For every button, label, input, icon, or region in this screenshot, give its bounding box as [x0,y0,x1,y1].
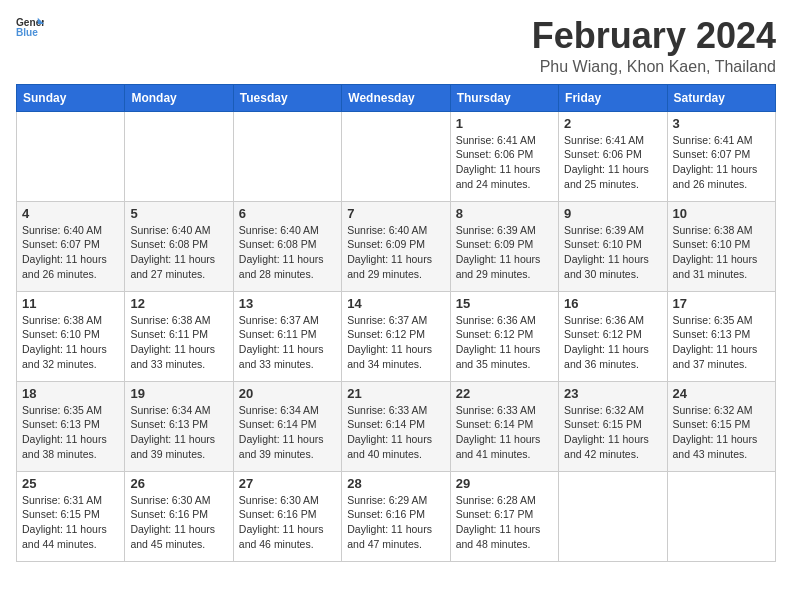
day-number: 13 [239,296,336,311]
day-info: Sunrise: 6:37 AMSunset: 6:12 PMDaylight:… [347,314,432,370]
calendar-cell: 28Sunrise: 6:29 AMSunset: 6:16 PMDayligh… [342,471,450,561]
day-number: 26 [130,476,227,491]
calendar-body: 1Sunrise: 6:41 AMSunset: 6:06 PMDaylight… [17,111,776,561]
weekday-header-cell: Thursday [450,84,558,111]
weekday-header-cell: Wednesday [342,84,450,111]
day-info: Sunrise: 6:32 AMSunset: 6:15 PMDaylight:… [564,404,649,460]
day-number: 7 [347,206,444,221]
calendar-cell: 14Sunrise: 6:37 AMSunset: 6:12 PMDayligh… [342,291,450,381]
day-number: 14 [347,296,444,311]
logo: General Blue [16,16,44,38]
day-number: 12 [130,296,227,311]
calendar-week-row: 18Sunrise: 6:35 AMSunset: 6:13 PMDayligh… [17,381,776,471]
day-info: Sunrise: 6:40 AMSunset: 6:08 PMDaylight:… [239,224,324,280]
calendar-cell: 15Sunrise: 6:36 AMSunset: 6:12 PMDayligh… [450,291,558,381]
day-info: Sunrise: 6:37 AMSunset: 6:11 PMDaylight:… [239,314,324,370]
day-info: Sunrise: 6:41 AMSunset: 6:06 PMDaylight:… [456,134,541,190]
day-number: 16 [564,296,661,311]
calendar-cell: 6Sunrise: 6:40 AMSunset: 6:08 PMDaylight… [233,201,341,291]
calendar-cell: 20Sunrise: 6:34 AMSunset: 6:14 PMDayligh… [233,381,341,471]
calendar-week-row: 1Sunrise: 6:41 AMSunset: 6:06 PMDaylight… [17,111,776,201]
calendar-cell: 29Sunrise: 6:28 AMSunset: 6:17 PMDayligh… [450,471,558,561]
day-number: 28 [347,476,444,491]
day-number: 15 [456,296,553,311]
calendar-table: SundayMondayTuesdayWednesdayThursdayFrid… [16,84,776,562]
day-info: Sunrise: 6:41 AMSunset: 6:07 PMDaylight:… [673,134,758,190]
day-number: 25 [22,476,119,491]
calendar-cell: 26Sunrise: 6:30 AMSunset: 6:16 PMDayligh… [125,471,233,561]
day-number: 23 [564,386,661,401]
day-number: 9 [564,206,661,221]
day-number: 3 [673,116,770,131]
day-number: 8 [456,206,553,221]
day-info: Sunrise: 6:38 AMSunset: 6:10 PMDaylight:… [22,314,107,370]
subtitle: Phu Wiang, Khon Kaen, Thailand [532,58,776,76]
day-number: 17 [673,296,770,311]
calendar-cell: 1Sunrise: 6:41 AMSunset: 6:06 PMDaylight… [450,111,558,201]
day-number: 10 [673,206,770,221]
day-number: 19 [130,386,227,401]
day-info: Sunrise: 6:40 AMSunset: 6:08 PMDaylight:… [130,224,215,280]
calendar-cell: 17Sunrise: 6:35 AMSunset: 6:13 PMDayligh… [667,291,775,381]
day-info: Sunrise: 6:35 AMSunset: 6:13 PMDaylight:… [22,404,107,460]
day-number: 5 [130,206,227,221]
calendar-cell [125,111,233,201]
day-number: 18 [22,386,119,401]
day-number: 2 [564,116,661,131]
day-info: Sunrise: 6:33 AMSunset: 6:14 PMDaylight:… [347,404,432,460]
calendar-cell: 25Sunrise: 6:31 AMSunset: 6:15 PMDayligh… [17,471,125,561]
day-info: Sunrise: 6:31 AMSunset: 6:15 PMDaylight:… [22,494,107,550]
calendar-cell: 9Sunrise: 6:39 AMSunset: 6:10 PMDaylight… [559,201,667,291]
logo-icon: General Blue [16,16,44,38]
day-info: Sunrise: 6:36 AMSunset: 6:12 PMDaylight:… [564,314,649,370]
day-number: 11 [22,296,119,311]
title-block: February 2024 Phu Wiang, Khon Kaen, Thai… [532,16,776,76]
day-number: 1 [456,116,553,131]
calendar-week-row: 4Sunrise: 6:40 AMSunset: 6:07 PMDaylight… [17,201,776,291]
calendar-cell: 12Sunrise: 6:38 AMSunset: 6:11 PMDayligh… [125,291,233,381]
calendar-cell: 24Sunrise: 6:32 AMSunset: 6:15 PMDayligh… [667,381,775,471]
weekday-header-cell: Saturday [667,84,775,111]
day-info: Sunrise: 6:32 AMSunset: 6:15 PMDaylight:… [673,404,758,460]
main-title: February 2024 [532,16,776,56]
calendar-cell [559,471,667,561]
calendar-cell: 7Sunrise: 6:40 AMSunset: 6:09 PMDaylight… [342,201,450,291]
day-number: 21 [347,386,444,401]
calendar-week-row: 11Sunrise: 6:38 AMSunset: 6:10 PMDayligh… [17,291,776,381]
calendar-cell [342,111,450,201]
day-info: Sunrise: 6:39 AMSunset: 6:09 PMDaylight:… [456,224,541,280]
svg-text:Blue: Blue [16,27,38,38]
day-number: 24 [673,386,770,401]
calendar-cell: 22Sunrise: 6:33 AMSunset: 6:14 PMDayligh… [450,381,558,471]
day-info: Sunrise: 6:29 AMSunset: 6:16 PMDaylight:… [347,494,432,550]
calendar-cell [667,471,775,561]
day-info: Sunrise: 6:36 AMSunset: 6:12 PMDaylight:… [456,314,541,370]
calendar-week-row: 25Sunrise: 6:31 AMSunset: 6:15 PMDayligh… [17,471,776,561]
day-number: 4 [22,206,119,221]
day-info: Sunrise: 6:41 AMSunset: 6:06 PMDaylight:… [564,134,649,190]
day-number: 22 [456,386,553,401]
calendar-cell: 3Sunrise: 6:41 AMSunset: 6:07 PMDaylight… [667,111,775,201]
calendar-cell [233,111,341,201]
calendar-cell: 23Sunrise: 6:32 AMSunset: 6:15 PMDayligh… [559,381,667,471]
day-info: Sunrise: 6:35 AMSunset: 6:13 PMDaylight:… [673,314,758,370]
day-info: Sunrise: 6:30 AMSunset: 6:16 PMDaylight:… [130,494,215,550]
day-info: Sunrise: 6:38 AMSunset: 6:10 PMDaylight:… [673,224,758,280]
day-number: 29 [456,476,553,491]
calendar-cell: 16Sunrise: 6:36 AMSunset: 6:12 PMDayligh… [559,291,667,381]
day-info: Sunrise: 6:40 AMSunset: 6:07 PMDaylight:… [22,224,107,280]
day-number: 27 [239,476,336,491]
calendar-cell: 5Sunrise: 6:40 AMSunset: 6:08 PMDaylight… [125,201,233,291]
calendar-cell: 19Sunrise: 6:34 AMSunset: 6:13 PMDayligh… [125,381,233,471]
weekday-header-cell: Monday [125,84,233,111]
calendar-cell: 13Sunrise: 6:37 AMSunset: 6:11 PMDayligh… [233,291,341,381]
page-header: General Blue February 2024 Phu Wiang, Kh… [16,16,776,76]
calendar-cell [17,111,125,201]
day-info: Sunrise: 6:28 AMSunset: 6:17 PMDaylight:… [456,494,541,550]
calendar-cell: 27Sunrise: 6:30 AMSunset: 6:16 PMDayligh… [233,471,341,561]
weekday-header-cell: Friday [559,84,667,111]
day-info: Sunrise: 6:34 AMSunset: 6:14 PMDaylight:… [239,404,324,460]
calendar-cell: 21Sunrise: 6:33 AMSunset: 6:14 PMDayligh… [342,381,450,471]
calendar-cell: 18Sunrise: 6:35 AMSunset: 6:13 PMDayligh… [17,381,125,471]
calendar-cell: 11Sunrise: 6:38 AMSunset: 6:10 PMDayligh… [17,291,125,381]
